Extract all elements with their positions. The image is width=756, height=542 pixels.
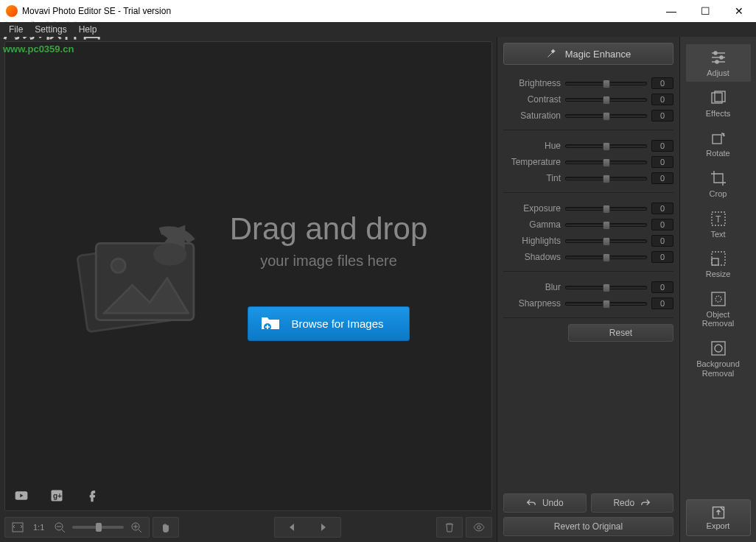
highlights-label: Highlights <box>503 236 561 246</box>
contrast-label: Contrast <box>503 94 561 105</box>
tool-adjust[interactable]: Adjust <box>686 44 751 82</box>
zoom-actual-button[interactable]: 1:1 <box>30 518 47 536</box>
tool-sidebar: Adjust Effects Rotate Crop T Text Resize <box>679 37 756 542</box>
tool-background-removal-label: Background Removal <box>696 359 740 378</box>
hue-value[interactable]: 0 <box>651 140 673 152</box>
google-plus-link[interactable]: g+ <box>48 487 66 504</box>
hue-slider[interactable] <box>565 144 647 148</box>
drop-image-icon <box>69 208 209 344</box>
svg-point-2 <box>111 258 125 272</box>
tool-rotate-label: Rotate <box>706 149 729 158</box>
shadows-label: Shadows <box>503 252 561 262</box>
tool-object-removal-label: Object Removal <box>702 310 734 328</box>
svg-point-25 <box>715 345 722 352</box>
prev-image-button[interactable] <box>277 518 307 536</box>
svg-point-11 <box>477 526 480 529</box>
fit-screen-button[interactable] <box>7 518 28 536</box>
blur-value[interactable]: 0 <box>651 281 673 293</box>
svg-point-12 <box>714 52 717 54</box>
tint-label: Tint <box>503 173 561 183</box>
tool-text-label: Text <box>710 230 725 239</box>
canvas-dropzone[interactable]: Drag and drop your image files here Brow… <box>4 41 492 511</box>
menu-help[interactable]: Help <box>74 24 102 35</box>
svg-rect-22 <box>712 292 725 306</box>
revert-button[interactable]: Revert to Original <box>503 517 673 536</box>
zoom-slider[interactable] <box>72 526 124 529</box>
gamma-slider[interactable] <box>565 223 647 227</box>
svg-point-14 <box>715 60 718 63</box>
exposure-value[interactable]: 0 <box>651 203 673 214</box>
browse-images-label: Browse for Images <box>291 317 383 330</box>
export-button[interactable]: Export <box>686 499 751 536</box>
gamma-value[interactable]: 0 <box>651 219 673 230</box>
preview-button[interactable] <box>469 518 489 536</box>
menu-file[interactable]: File <box>4 24 27 35</box>
redo-button[interactable]: Redo <box>591 493 674 513</box>
highlights-value[interactable]: 0 <box>651 235 673 247</box>
contrast-slider[interactable] <box>565 98 647 102</box>
brightness-value[interactable]: 0 <box>651 77 673 89</box>
menu-settings[interactable]: Settings <box>30 24 71 35</box>
app-icon <box>6 5 18 17</box>
temperature-label: Temperature <box>503 157 561 167</box>
drop-subtitle: your image files here <box>260 253 397 270</box>
svg-text:g+: g+ <box>53 492 62 500</box>
magic-enhance-label: Magic Enhance <box>565 49 631 60</box>
temperature-value[interactable]: 0 <box>651 156 673 168</box>
window-close-button[interactable]: ✕ <box>722 0 756 22</box>
tool-effects-label: Effects <box>706 109 730 119</box>
tool-object-removal[interactable]: Object Removal <box>686 286 751 332</box>
next-image-button[interactable] <box>309 518 338 536</box>
drop-title: Drag and drop <box>230 211 428 247</box>
shadows-value[interactable]: 0 <box>651 251 673 263</box>
highlights-slider[interactable] <box>565 239 647 243</box>
tool-adjust-label: Adjust <box>707 68 729 78</box>
tool-resize-label: Resize <box>706 270 731 279</box>
saturation-slider[interactable] <box>565 114 647 118</box>
tool-crop-label: Crop <box>710 189 727 199</box>
window-titlebar: Movavi Photo Editor SE - Trial version —… <box>0 0 756 22</box>
sharpness-value[interactable]: 0 <box>651 298 673 309</box>
zoom-out-button[interactable] <box>49 518 70 536</box>
tool-rotate[interactable]: Rotate <box>686 124 751 162</box>
brightness-slider[interactable] <box>565 82 647 85</box>
blur-slider[interactable] <box>565 286 647 289</box>
svg-rect-24 <box>712 342 725 355</box>
tool-effects[interactable]: Effects <box>686 85 751 122</box>
window-maximize-button[interactable]: ☐ <box>688 0 722 22</box>
brightness-label: Brightness <box>503 78 561 88</box>
reset-button[interactable]: Reset <box>568 324 673 342</box>
saturation-value[interactable]: 0 <box>651 110 673 122</box>
gamma-label: Gamma <box>503 219 561 230</box>
tool-resize[interactable]: Resize <box>686 245 751 283</box>
svg-point-13 <box>720 56 723 59</box>
svg-point-3 <box>153 243 186 265</box>
folder-add-icon <box>260 314 281 333</box>
tool-text[interactable]: T Text <box>686 205 751 243</box>
svg-rect-17 <box>713 135 721 144</box>
tool-crop[interactable]: Crop <box>686 165 751 203</box>
facebook-link[interactable] <box>83 487 101 504</box>
youtube-link[interactable] <box>13 487 30 504</box>
sharpness-slider[interactable] <box>565 302 647 306</box>
shadows-slider[interactable] <box>565 256 647 259</box>
tint-slider[interactable] <box>565 177 647 180</box>
delete-button[interactable] <box>439 518 460 536</box>
window-minimize-button[interactable]: — <box>654 0 688 22</box>
hue-label: Hue <box>503 141 561 151</box>
sharpness-label: Sharpness <box>503 298 561 309</box>
temperature-slider[interactable] <box>565 161 647 164</box>
bottom-toolbar: 1:1 <box>4 515 492 539</box>
exposure-slider[interactable] <box>565 207 647 211</box>
browse-images-button[interactable]: Browse for Images <box>248 306 409 341</box>
undo-button[interactable]: Undo <box>503 493 587 513</box>
redo-label: Redo <box>613 498 634 508</box>
tool-background-removal[interactable]: Background Removal <box>686 335 751 381</box>
contrast-value[interactable]: 0 <box>651 94 673 105</box>
zoom-in-button[interactable] <box>126 518 147 536</box>
svg-point-23 <box>715 296 721 302</box>
tint-value[interactable]: 0 <box>651 172 673 184</box>
magic-enhance-button[interactable]: Magic Enhance <box>503 43 673 65</box>
pan-hand-button[interactable] <box>155 518 176 536</box>
svg-rect-21 <box>712 258 718 265</box>
